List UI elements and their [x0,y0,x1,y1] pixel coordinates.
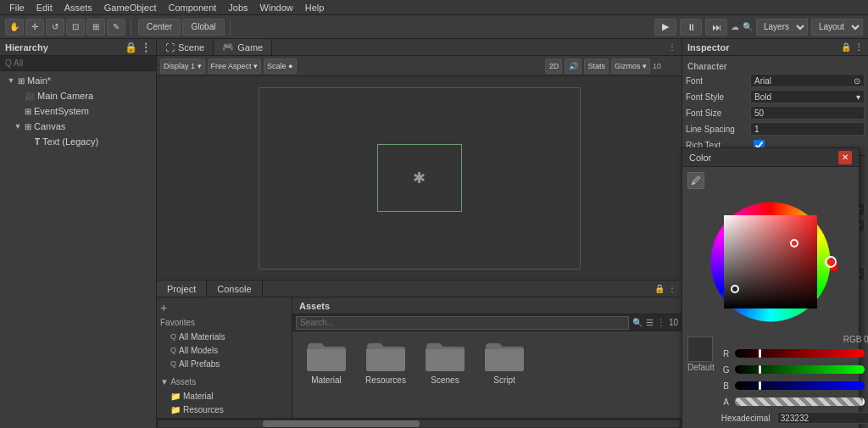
tree-label-main: Main* [27,75,51,86]
hierarchy-search[interactable] [0,56,156,71]
move-tool[interactable]: ✛ [25,19,44,36]
color-picker-dot-inner [731,285,739,293]
step-button[interactable]: ⏭ [705,19,727,36]
pivot-btn[interactable]: Center [138,19,181,36]
tree-label-camera: Main Camera [37,91,93,101]
asset-item-script[interactable]: Script [479,340,530,409]
layers-dropdown[interactable]: Layers [756,19,808,36]
eyedropper-button[interactable]: 🖉 [687,172,704,189]
linespacing-value[interactable]: 1 [750,122,865,136]
folder-icon-resources-large [365,340,406,372]
tab-project[interactable]: Project [157,281,207,297]
r-slider[interactable] [735,349,865,358]
hierarchy-item-main[interactable]: ▼ ⊞ Main* [0,73,156,88]
tab-game[interactable]: 🎮 Game [214,39,272,55]
play-button[interactable]: ▶ [654,19,676,36]
menu-file[interactable]: File [3,3,31,13]
inspector-lock-icon[interactable]: 🔒 [841,42,851,52]
project-menu-icon[interactable]: ⋮ [668,284,676,293]
asset-item-scenes[interactable]: Scenes [420,340,470,409]
menu-component[interactable]: Component [162,3,222,13]
folder-icon-material-large [306,340,347,372]
hierarchy-item-maincamera[interactable]: 🎥 Main Camera [0,88,156,103]
search-icon-assets: 🔍 [632,318,643,327]
pivot-tools: Center Global [138,19,231,36]
fontstyle-value[interactable]: Bold ▾ [750,90,865,103]
layout-dropdown[interactable]: Layout [811,19,863,36]
bottom-project-console: Project Console 🔒 ⋮ + Favorites Q All Ma… [157,280,682,428]
color-picker-title-bar: Color ✕ [682,148,859,167]
sidebar-resources-label: Resources [183,405,224,414]
sidebar-resources[interactable]: 📁 Resources [160,403,288,416]
rgb-row-a: A 255 [721,395,868,409]
scene-gizmos-btn[interactable]: Gizmos ▾ [611,58,650,74]
color-picker-popup: Color ✕ 🖉 [682,147,860,428]
rotate-tool[interactable]: ↺ [46,19,64,36]
g-slider[interactable] [735,365,865,374]
assets-sidebar-header[interactable]: ▼ Assets [160,377,288,386]
fav-all-materials[interactable]: Q All Materials [160,330,288,343]
assets-search-input[interactable] [296,316,629,330]
hex-input[interactable] [777,412,868,424]
pause-button[interactable]: ⏸ [680,19,702,36]
fav-all-prefabs[interactable]: Q All Prefabs [160,357,288,370]
menu-window[interactable]: Window [254,3,299,13]
color-picker-dot-main [790,239,798,247]
scene-2d-btn[interactable]: 2D [545,58,562,74]
hierarchy-item-textlegacy[interactable]: T Text (Legacy) [0,134,156,149]
font-value[interactable]: Arial ⊙ [750,74,865,87]
tree-arrow-canvas: ▼ [14,122,22,131]
game-tab-label: Game [237,42,263,53]
scene-res-btn[interactable]: Free Aspect ▾ [208,58,262,74]
global-btn[interactable]: Global [182,19,225,36]
fontsize-value[interactable]: 50 [750,106,865,120]
scene-audio-btn[interactable]: 🔊 [565,58,581,74]
tab-scene[interactable]: ⛶ Scene [157,39,214,55]
scene-scale-btn[interactable]: Scale ● [264,58,296,74]
sidebar-material[interactable]: 📁 Material [160,389,288,403]
folder-svg-resources [365,340,406,372]
scene-stats-btn[interactable]: Stats [584,58,609,74]
b-slider[interactable] [735,381,865,390]
fav-all-models[interactable]: Q All Models [160,343,288,357]
menu-help[interactable]: Help [299,3,331,13]
rect-tool[interactable]: ⊞ [86,19,105,36]
menu-edit[interactable]: Edit [31,3,58,13]
inspector-menu-icon[interactable]: ⋮ [854,42,863,52]
tab-console[interactable]: Console [207,281,262,297]
color-box[interactable] [724,215,817,308]
hex-label: Hexadecimal [721,414,772,423]
folder-svg-scenes [425,340,465,372]
hierarchy-item-canvas[interactable]: ▼ ⊞ Canvas [0,119,156,134]
hand-tool[interactable]: ✋ [5,19,24,36]
scene-display-btn[interactable]: Display 1 ▾ [160,58,205,74]
asset-item-resources[interactable]: Resources [360,340,411,409]
hierarchy-item-eventsystem[interactable]: ⊞ EventSystem [0,103,156,119]
camera-icon: 🎥 [25,92,35,101]
transform-tools: ✋ ✛ ↺ ⊡ ⊞ ✎ [5,19,131,36]
fontstyle-label: Font Style [686,92,747,102]
menu-assets[interactable]: Assets [58,3,98,13]
color-picker-close-button[interactable]: ✕ [838,151,852,164]
hierarchy-menu-icon[interactable]: ⋮ [141,42,151,53]
menu-gameobject[interactable]: GameObject [98,3,163,13]
color-wheel-container[interactable] [703,194,838,330]
scene-view[interactable]: ✱ [157,76,682,280]
scale-tool[interactable]: ⊡ [66,19,85,36]
folder-svg-script [484,340,525,372]
project-lock-icon[interactable]: 🔒 [654,284,665,293]
scene-menu-icon[interactable]: ⋮ [668,42,676,52]
hierarchy-header-actions: 🔒 ⋮ [125,42,151,53]
g-label: G [721,365,732,375]
edit-tool[interactable]: ✎ [107,19,125,36]
bottom-scrollbar[interactable] [157,418,682,428]
assets-count: 10 [669,318,678,327]
asset-item-material[interactable]: Material [301,340,352,409]
a-slider[interactable] [735,397,865,406]
menu-jobs[interactable]: Jobs [222,3,253,13]
asset-label-scenes: Scenes [431,375,459,385]
g-thumb [759,365,761,374]
add-button[interactable]: + [160,301,167,314]
hierarchy-lock-icon[interactable]: 🔒 [125,42,137,53]
eyedropper-row: 🖉 [687,172,704,189]
